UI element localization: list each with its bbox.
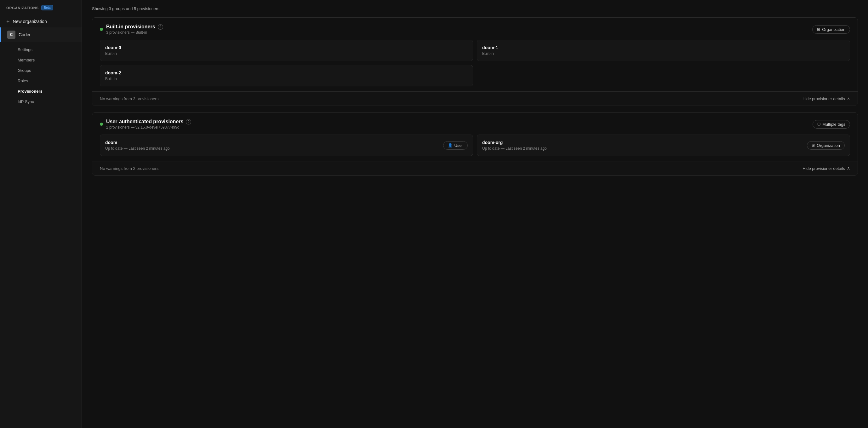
tags-badge-label: Multiple tags — [822, 122, 845, 127]
doom-card-sub: Up to date — Last seen 2 minutes ago — [105, 146, 170, 151]
doom-1-sub: Built-in — [482, 51, 845, 56]
sidebar-item-groups[interactable]: Groups — [6, 65, 82, 76]
main-content: Showing 3 groups and 5 provisioners Buil… — [82, 0, 868, 428]
doom-org-card-text: doom-org Up to date — Last seen 2 minute… — [482, 140, 547, 151]
builtin-org-badge[interactable]: ⊞ Organization — [812, 25, 850, 34]
new-org-button[interactable]: + New organization — [0, 16, 82, 27]
builtin-cards-grid: doom-0 Built-in doom-1 Built-in doom-2 B… — [92, 40, 858, 91]
user-auth-provisioners-group: User-authenticated provisioners ? 2 prov… — [92, 112, 858, 175]
sidebar-item-provisioners[interactable]: Provisioners — [6, 86, 82, 96]
doom-card-name: doom — [105, 140, 170, 145]
doom-user-icon: 👤 — [448, 143, 453, 147]
avatar: C — [7, 31, 16, 39]
user-auth-group-title: User-authenticated provisioners — [106, 119, 183, 124]
org-name: Coder — [19, 32, 31, 37]
doom-user-badge[interactable]: 👤 User — [443, 141, 468, 150]
doom-0-sub: Built-in — [105, 51, 468, 56]
builtin-group-footer: No warnings from 3 provisioners Hide pro… — [92, 91, 858, 106]
sidebar: ORGANIZATIONS Beta + New organization C … — [0, 0, 82, 428]
user-auth-group-subtitle: 2 provisioners — v2.15.0-devel+59877499c — [106, 125, 191, 130]
new-org-label: New organization — [13, 19, 47, 24]
doom-1-name: doom-1 — [482, 45, 845, 50]
coder-org-item[interactable]: C Coder — [0, 27, 82, 42]
doom-org-badge[interactable]: ⊞ Organization — [807, 141, 845, 150]
doom-org-card-name: doom-org — [482, 140, 547, 145]
sidebar-item-idp-sync[interactable]: IdP Sync — [6, 96, 82, 107]
doom-2-name: doom-2 — [105, 70, 468, 75]
tags-badge-icon: ⬡ — [817, 122, 820, 126]
page-subtitle: Showing 3 groups and 5 provisioners — [92, 6, 858, 11]
orgs-label: ORGANIZATIONS — [6, 6, 39, 10]
doom-org-icon: ⊞ — [812, 143, 815, 147]
doom-card-header-row: doom Up to date — Last seen 2 minutes ag… — [105, 140, 468, 151]
user-auth-title-block: User-authenticated provisioners ? 2 prov… — [106, 119, 191, 130]
user-auth-chevron-up-icon: ∧ — [847, 166, 850, 171]
doom-2-sub: Built-in — [105, 77, 468, 81]
builtin-group-title: Built-in provisioners — [106, 24, 155, 30]
org-badge-icon: ⊞ — [817, 27, 820, 31]
doom-user-label: User — [455, 143, 463, 148]
doom-org-card-header-row: doom-org Up to date — Last seen 2 minute… — [482, 140, 845, 151]
builtin-hide-details-label: Hide provisioner details — [803, 96, 845, 101]
sidebar-item-members[interactable]: Members — [6, 55, 82, 65]
sidebar-item-settings[interactable]: Settings — [6, 45, 82, 55]
user-auth-title-wrap: User-authenticated provisioners ? — [106, 119, 191, 124]
org-badge-label: Organization — [822, 27, 845, 32]
builtin-title-block: Built-in provisioners ? 3 provisioners —… — [106, 24, 163, 35]
beta-badge: Beta — [41, 5, 53, 10]
doom-1-card: doom-1 Built-in — [477, 40, 850, 61]
user-auth-help-icon[interactable]: ? — [186, 119, 191, 124]
doom-org-label: Organization — [817, 143, 840, 148]
builtin-status-dot — [100, 28, 103, 31]
builtin-group-header: Built-in provisioners ? 3 provisioners —… — [92, 18, 858, 40]
user-auth-tags-badge[interactable]: ⬡ Multiple tags — [812, 120, 850, 129]
doom-0-name: doom-0 — [105, 45, 468, 50]
builtin-provisioners-group: Built-in provisioners ? 3 provisioners —… — [92, 17, 858, 106]
builtin-title-wrap: Built-in provisioners ? — [106, 24, 163, 30]
user-auth-group-header: User-authenticated provisioners ? 2 prov… — [92, 113, 858, 135]
user-auth-status-dot — [100, 123, 103, 126]
doom-card: doom Up to date — Last seen 2 minutes ag… — [100, 135, 473, 156]
doom-2-card: doom-2 Built-in — [100, 65, 473, 86]
builtin-group-subtitle: 3 provisioners — Built-in — [106, 30, 163, 35]
builtin-help-icon[interactable]: ? — [158, 24, 163, 30]
sidebar-item-roles[interactable]: Roles — [6, 76, 82, 86]
sidebar-header: ORGANIZATIONS Beta — [0, 5, 82, 16]
user-auth-cards-grid: doom Up to date — Last seen 2 minutes ag… — [92, 135, 858, 161]
doom-org-card: doom-org Up to date — Last seen 2 minute… — [477, 135, 850, 156]
user-auth-footer-text: No warnings from 2 provisioners — [100, 166, 158, 171]
plus-icon: + — [6, 19, 10, 24]
builtin-footer-text: No warnings from 3 provisioners — [100, 96, 158, 101]
user-auth-hide-details-button[interactable]: Hide provisioner details ∧ — [803, 166, 850, 171]
doom-0-card: doom-0 Built-in — [100, 40, 473, 61]
user-auth-header-left: User-authenticated provisioners ? 2 prov… — [100, 119, 191, 130]
chevron-up-icon: ∧ — [847, 96, 850, 101]
doom-org-card-sub: Up to date — Last seen 2 minutes ago — [482, 146, 547, 151]
sidebar-nav: Settings Members Groups Roles Provisione… — [0, 45, 82, 107]
builtin-hide-details-button[interactable]: Hide provisioner details ∧ — [803, 96, 850, 101]
user-auth-hide-details-label: Hide provisioner details — [803, 166, 845, 171]
user-auth-group-footer: No warnings from 2 provisioners Hide pro… — [92, 161, 858, 175]
doom-card-text: doom Up to date — Last seen 2 minutes ag… — [105, 140, 170, 151]
builtin-header-left: Built-in provisioners ? 3 provisioners —… — [100, 24, 163, 35]
